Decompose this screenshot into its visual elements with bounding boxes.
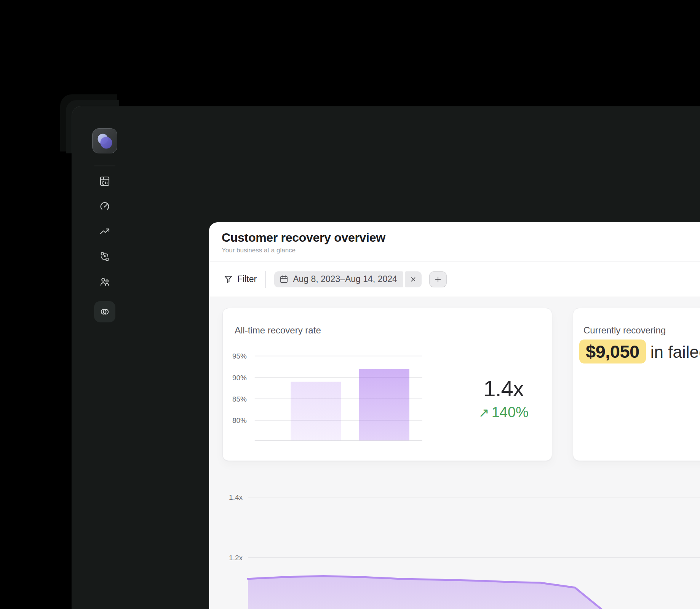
svg-text:90%: 90% <box>232 374 247 382</box>
trending-up-icon <box>99 226 110 237</box>
page-header: Customer recovery overview Your business… <box>209 222 700 261</box>
date-range-label: Aug 8, 2023–Aug 14, 2024 <box>293 274 397 284</box>
recovery-rate-stat: 1.4x ↗140% <box>456 378 551 421</box>
users-icon <box>99 276 110 287</box>
app-logo[interactable] <box>92 128 117 153</box>
svg-text:1.4x: 1.4x <box>229 493 243 501</box>
sidebar-item-customers[interactable] <box>99 276 110 287</box>
remove-date-filter-button[interactable] <box>405 271 422 287</box>
dashboard-icon <box>99 175 110 187</box>
page-subtitle: Your business at a glance <box>222 247 700 254</box>
plus-icon <box>434 275 442 284</box>
filter-button[interactable]: Filter <box>224 274 257 284</box>
sidebar-item-workflows[interactable] <box>99 251 110 262</box>
recovery-rate-card-title: All-time recovery rate <box>235 325 321 336</box>
svg-text:80%: 80% <box>232 416 247 424</box>
app-logo-icon <box>92 128 117 153</box>
sidebar-nav <box>94 175 115 322</box>
overlapping-circles-icon <box>99 306 110 317</box>
filter-button-label: Filter <box>237 274 257 284</box>
sidebar-item-recovery[interactable] <box>94 301 115 322</box>
page-title: Customer recovery overview <box>222 231 700 245</box>
svg-text:85%: 85% <box>232 395 247 403</box>
stat-value: 1.4x <box>456 378 551 400</box>
close-icon <box>409 275 417 284</box>
trend-up-arrow-icon: ↗ <box>478 405 489 420</box>
sidebar-item-gauge[interactable] <box>99 201 110 212</box>
dashboard-content: 1.4x1.2x1xAug 12Aug 14Aug 16Aug 20Aug 22… <box>209 297 700 609</box>
recovery-rate-card: All-time recovery rate 95%90%85%80% 1.4x… <box>222 308 552 461</box>
toolbar-divider <box>265 271 266 288</box>
stat-change-value: 140% <box>492 404 529 420</box>
workflow-icon <box>99 251 110 262</box>
filter-toolbar: Filter Aug 8, 2023–Aug 14, 2024 <box>209 261 700 297</box>
sidebar-divider <box>94 166 115 166</box>
currently-recovering-card-title: Currently recovering <box>583 325 666 336</box>
funnel-icon <box>224 274 233 284</box>
svg-text:95%: 95% <box>232 352 247 360</box>
add-filter-button[interactable] <box>429 271 447 287</box>
date-range-chip-body[interactable]: Aug 8, 2023–Aug 14, 2024 <box>274 271 403 287</box>
sidebar <box>72 106 137 609</box>
calendar-icon <box>279 274 289 284</box>
main-panel: Customer recovery overview Your business… <box>209 222 700 609</box>
app-window: Customer recovery overview Your business… <box>72 106 700 609</box>
stat-change: ↗140% <box>456 404 551 421</box>
date-range-chip[interactable]: Aug 8, 2023–Aug 14, 2024 <box>274 271 422 287</box>
svg-text:1.2x: 1.2x <box>229 554 243 562</box>
sidebar-item-trends[interactable] <box>99 226 110 237</box>
recovering-amount-suffix: in failed payments <box>650 343 700 361</box>
sidebar-item-dashboard[interactable] <box>99 175 110 187</box>
recovering-amount-badge: $9,050 <box>579 340 646 363</box>
currently-recovering-card: Currently recovering $9,050in failed pay… <box>573 308 700 461</box>
gauge-icon <box>99 201 110 212</box>
recovering-amount-line: $9,050in failed payments <box>579 340 700 363</box>
